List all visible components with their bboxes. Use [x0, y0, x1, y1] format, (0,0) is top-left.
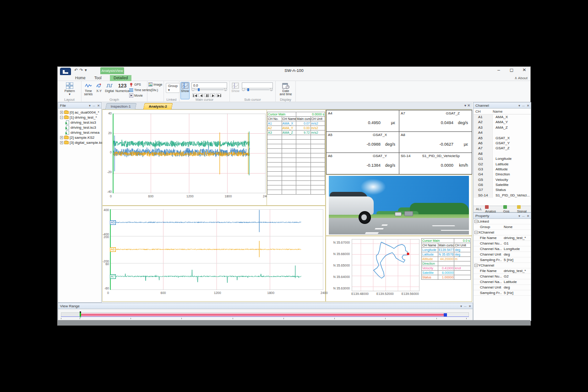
- file-tree-item[interactable]: +[2] sample.KS2: [58, 135, 101, 140]
- channel-panel-menu-icon[interactable]: ▾: [518, 103, 520, 109]
- file-tree-item[interactable]: +[0] ac_dual0004_*: [58, 110, 101, 115]
- property-row[interactable]: Channel Nu...G2: [474, 274, 531, 279]
- file-tree-item[interactable]: driving_test.ks3: [58, 120, 101, 125]
- pattern-button[interactable]: Pattern ▾: [63, 82, 76, 98]
- image-button[interactable]: Image: [148, 82, 162, 87]
- gps-value-row[interactable]: Satellite6.00000: [422, 271, 471, 275]
- gps-value-row[interactable]: Altitude44.20000m: [422, 257, 471, 261]
- file-tree-item[interactable]: −[1] driving_test_*: [58, 115, 101, 120]
- property-row[interactable]: Sampling Fr...5 [Hz]: [474, 290, 531, 296]
- property-row[interactable]: −XChannel: [474, 230, 531, 235]
- numerical-pane[interactable]: A40.4950μεA7GSAT_Z0.0494deg/sA5GSAT_X-0.…: [326, 109, 472, 174]
- tree-expander-icon[interactable]: +: [60, 111, 63, 114]
- channel-row[interactable]: G6Satellite: [474, 182, 531, 187]
- channel-row[interactable]: A7GSAT_Z: [474, 146, 531, 151]
- channel-row[interactable]: A8: [474, 151, 531, 156]
- channel-row[interactable]: A3AMA_Z: [474, 125, 531, 130]
- sub-cursor-slider[interactable]: −+: [242, 88, 273, 92]
- numeric-display-A5[interactable]: A5GSAT_X-0.0988deg/s: [326, 131, 399, 153]
- file-tree-item[interactable]: +[3] digital_sample.ks2: [58, 140, 101, 145]
- file-panel-close-icon[interactable]: ✕: [97, 103, 100, 109]
- gps-button[interactable]: GPS: [129, 82, 141, 87]
- numeric-display-A6[interactable]: A6GSAT_Y-0.1384deg/s: [326, 152, 399, 174]
- ribbon-tab-home[interactable]: Home: [71, 75, 89, 81]
- play-button[interactable]: [210, 93, 215, 97]
- channel-value-row[interactable]: A3AMA_Z9.72m/s2: [267, 131, 325, 135]
- gps-value-row[interactable]: Velocity0.41900knot: [422, 266, 471, 271]
- channel-value-row[interactable]: A2AMA_Y0.00m/s2: [267, 126, 325, 131]
- numeric-display-A7[interactable]: A7GSAT_Z0.0494deg/s: [399, 110, 472, 132]
- view-range-selection-band[interactable]: [80, 313, 445, 316]
- view-range-handle[interactable]: [444, 313, 447, 316]
- numeric-display-A8[interactable]: A8-0.0627με: [399, 131, 472, 153]
- digital-graph-button[interactable]: Digital: [104, 82, 115, 98]
- tree-expander-icon[interactable]: +: [60, 136, 63, 139]
- collapse-icon[interactable]: −: [474, 220, 478, 223]
- channel-row[interactable]: A1AMA_X: [474, 114, 531, 120]
- date-time-button[interactable]: Date and time: [279, 82, 292, 98]
- property-panel-close-icon[interactable]: ✕: [527, 213, 529, 219]
- gps-pane[interactable]: N 35.67000N 35.66000N 35.65000N 35.64000…: [326, 236, 472, 302]
- channel-row[interactable]: A6GSAT_Y: [474, 141, 531, 146]
- about-button[interactable]: ∧ About: [514, 75, 528, 81]
- filter-gps[interactable]: Gps: [503, 205, 514, 213]
- channel-panel-pin-icon[interactable]: 𝌀: [522, 103, 525, 109]
- collapse-icon[interactable]: −: [474, 264, 478, 267]
- minimize-button[interactable]: –: [495, 67, 503, 72]
- channel-row[interactable]: G1Longitude: [474, 156, 531, 161]
- pause-button[interactable]: [204, 93, 209, 97]
- numerical-button[interactable]: 123 Numerical: [115, 82, 128, 98]
- skip-start-button[interactable]: [192, 93, 197, 97]
- gps-map-plot[interactable]: [352, 239, 419, 291]
- group-dropdown-button[interactable]: Group ▾: [166, 83, 180, 93]
- doc-tab-close-icon[interactable]: ✕: [467, 103, 470, 108]
- file-tree-item[interactable]: driving_test.kc3: [58, 125, 101, 130]
- view-range-menu-icon[interactable]: ▾: [460, 303, 462, 309]
- channel-row[interactable]: S0-14S1_PID_0D_Vehicl...: [474, 193, 531, 198]
- strip-plot[interactable]: [110, 209, 323, 290]
- gps-value-row[interactable]: LatitudeN 35.65765deg: [422, 252, 471, 257]
- gps-value-row[interactable]: LongitudeE139.54771deg: [422, 248, 471, 252]
- property-row[interactable]: Channel Unitdeg: [474, 285, 531, 290]
- doc-tab-analysis-2[interactable]: Analysis-2: [143, 103, 173, 109]
- numeric-display-S0-14[interactable]: S0-14S1_PID_0D_VehicleSp0.0000km/h: [399, 152, 472, 174]
- file-tree-item[interactable]: driving_test.nmea: [58, 130, 101, 135]
- sub-cursor-show-button[interactable]: Show: [231, 82, 240, 99]
- channel-row[interactable]: A2AMA_Y: [474, 120, 531, 125]
- property-panel-pin-icon[interactable]: 𝌀: [522, 213, 525, 219]
- property-row[interactable]: GroupNone: [474, 224, 531, 230]
- channel-row[interactable]: G5Velocity: [474, 177, 531, 182]
- property-row[interactable]: Sampling Fr...5 [Hz]: [474, 257, 531, 263]
- ribbon-tab-tool[interactable]: Tool: [91, 75, 105, 81]
- step-back-button[interactable]: [198, 93, 203, 97]
- main-cursor-show-button[interactable]: Show: [180, 82, 190, 99]
- property-row[interactable]: Channel Na...Longitude: [474, 246, 531, 252]
- channel-value-row[interactable]: A1AMA_X0.07m/s2: [267, 121, 325, 126]
- property-row[interactable]: Channel Na...Latitude: [474, 279, 531, 285]
- filter-analog[interactable]: Analog: [485, 205, 500, 213]
- main-cursor-slider[interactable]: −+: [191, 88, 227, 92]
- ribbon-tab-detailed[interactable]: Detailed: [110, 75, 131, 81]
- skip-end-button[interactable]: [216, 93, 221, 97]
- gps-value-row[interactable]: Status1.00000: [422, 275, 471, 280]
- property-panel-menu-icon[interactable]: ▾: [518, 213, 520, 219]
- doc-tab-menu-icon[interactable]: ▾: [464, 103, 466, 108]
- channel-row[interactable]: G2Latitude: [474, 162, 531, 167]
- property-row[interactable]: −YChannel: [474, 263, 531, 268]
- channel-row[interactable]: A5GSAT_X: [474, 136, 531, 141]
- file-panel-pin-icon[interactable]: 𝌀: [93, 103, 95, 109]
- property-row[interactable]: File Namedriving_test_*: [474, 268, 531, 274]
- channel-row[interactable]: G3Altitude: [474, 167, 531, 172]
- tree-expander-icon[interactable]: +: [60, 141, 63, 144]
- tree-expander-icon[interactable]: −: [60, 116, 63, 119]
- maximize-button[interactable]: ◻: [507, 67, 516, 72]
- filter-all[interactable]: ALL: [476, 207, 482, 211]
- close-button[interactable]: ✕: [520, 67, 528, 72]
- channel-row[interactable]: G7Status: [474, 187, 531, 192]
- property-row[interactable]: File Namedriving_test_*: [474, 235, 531, 241]
- filter-signal[interactable]: Signal: [517, 205, 531, 213]
- xy-graph-button[interactable]: X-Y: [94, 82, 103, 98]
- view-range-close-icon[interactable]: ✕: [468, 303, 471, 309]
- channel-row[interactable]: G4Direction: [474, 172, 531, 177]
- gps-value-row[interactable]: Direction: [422, 261, 471, 266]
